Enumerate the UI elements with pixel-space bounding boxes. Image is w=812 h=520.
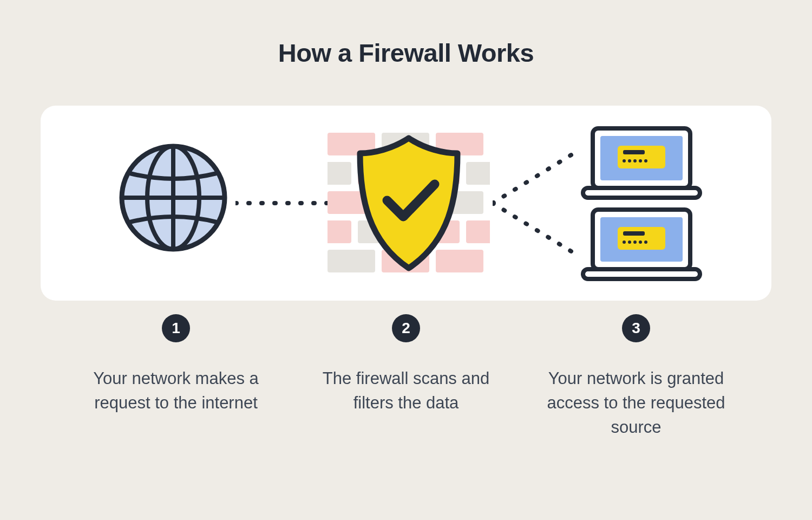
svg-rect-27	[623, 150, 645, 154]
svg-rect-8	[328, 162, 351, 185]
globe-icon	[119, 144, 227, 254]
svg-point-38	[623, 240, 626, 244]
svg-line-22	[493, 152, 577, 203]
step-badge-3: 3	[622, 314, 650, 342]
svg-rect-15	[328, 220, 351, 243]
svg-point-40	[633, 240, 637, 244]
svg-point-39	[628, 240, 631, 244]
steps-row: 1 Your network makes a request to the in…	[41, 314, 771, 440]
step-2: 2 The firewall scans and filters the dat…	[309, 314, 503, 440]
svg-point-41	[639, 240, 642, 244]
connector-line-1	[235, 198, 328, 209]
svg-rect-18	[466, 220, 490, 243]
svg-line-23	[493, 203, 577, 255]
svg-rect-43	[583, 269, 700, 279]
step-text-1: Your network makes a request to the inte…	[78, 367, 273, 415]
svg-rect-36	[618, 227, 665, 250]
diagram-container: How a Firewall Works	[0, 0, 812, 520]
page-title: How a Firewall Works	[278, 38, 534, 68]
svg-point-29	[628, 159, 631, 162]
svg-rect-19	[328, 250, 375, 272]
step-1: 1 Your network makes a request to the in…	[78, 314, 273, 440]
svg-rect-37	[623, 231, 645, 236]
shield-icon	[360, 138, 457, 268]
step-3: 3 Your network is granted access to the …	[539, 314, 734, 440]
laptops-icon	[577, 125, 706, 284]
firewall-icon	[328, 133, 490, 276]
svg-rect-21	[436, 250, 483, 272]
step-text-3: Your network is granted access to the re…	[539, 367, 734, 440]
svg-point-30	[633, 159, 637, 162]
svg-point-42	[644, 240, 647, 244]
svg-rect-11	[466, 162, 490, 185]
step-badge-2: 2	[392, 314, 420, 342]
svg-point-28	[623, 159, 626, 162]
step-badge-1: 1	[162, 314, 190, 342]
svg-rect-26	[618, 146, 665, 168]
svg-point-31	[639, 159, 642, 162]
svg-rect-33	[583, 188, 700, 198]
connector-line-2	[493, 146, 579, 260]
illustration-panel	[41, 106, 771, 301]
svg-point-32	[644, 159, 647, 162]
step-text-2: The firewall scans and filters the data	[309, 367, 503, 415]
